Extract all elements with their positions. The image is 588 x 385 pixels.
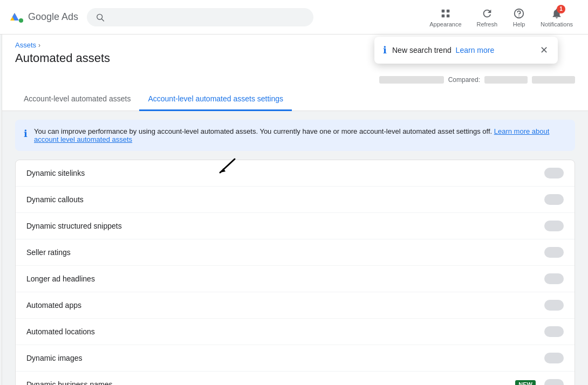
- notification-popup: ℹ New search trend Learn more ✕: [374, 37, 558, 64]
- notifications-badge: 1: [557, 5, 565, 13]
- svg-rect-5: [442, 14, 445, 17]
- assets-card: Dynamic sitelinks Dynamic callouts Dynam…: [15, 160, 575, 385]
- popup-info-icon: ℹ: [383, 44, 387, 56]
- asset-name-automated-apps: Automated apps: [26, 301, 536, 310]
- date-range-placeholder: [379, 76, 444, 84]
- nav-actions: Appearance Refresh Help: [423, 4, 579, 31]
- toggle-dynamic-structured-snippets[interactable]: [544, 221, 564, 231]
- toggle-longer-ad-headlines[interactable]: [544, 273, 564, 284]
- app-name: Google Ads: [28, 11, 78, 23]
- tab-account-automated-assets-settings[interactable]: Account-level automated assets settings: [139, 88, 292, 111]
- compared-date-2-placeholder: [532, 76, 575, 84]
- svg-rect-3: [442, 9, 445, 12]
- tab-account-automated-assets[interactable]: Account-level automated assets: [15, 88, 139, 111]
- toggle-seller-ratings[interactable]: [544, 247, 564, 258]
- date-row: Compared:: [15, 72, 575, 88]
- toggle-automated-apps[interactable]: [544, 300, 564, 311]
- compared-label: Compared:: [448, 76, 480, 84]
- asset-name-longer-ad-headlines: Longer ad headlines: [26, 274, 536, 283]
- asset-row-dynamic-images: Dynamic images: [16, 345, 575, 372]
- svg-rect-4: [447, 9, 450, 12]
- google-ads-logo-icon: [9, 10, 24, 25]
- new-badge-dynamic-business-names: NEW: [515, 380, 536, 385]
- main-wrapper: Assets › Automated assets Compared: Acco…: [0, 35, 588, 385]
- asset-name-dynamic-business-names: Dynamic business names: [26, 380, 507, 385]
- appearance-icon: [440, 8, 452, 19]
- notifications-icon-wrap: 1: [550, 7, 563, 20]
- toggle-dynamic-business-names[interactable]: [544, 379, 564, 385]
- search-icon: [95, 12, 105, 22]
- popup-close-button[interactable]: ✕: [539, 43, 549, 57]
- popup-text: New search trend Learn more: [392, 46, 494, 54]
- appearance-button[interactable]: Appearance: [423, 4, 468, 31]
- svg-point-8: [518, 15, 519, 16]
- asset-name-automated-locations: Automated locations: [26, 327, 536, 336]
- asset-row-automated-locations: Automated locations: [16, 319, 575, 345]
- tabs-container: Account-level automated assets Account-l…: [2, 88, 588, 111]
- svg-rect-6: [447, 14, 450, 17]
- toggle-dynamic-images[interactable]: [544, 353, 564, 363]
- banner-text: You can improve performance by using acc…: [34, 127, 566, 143]
- svg-line-2: [102, 19, 104, 21]
- banner-info-icon: ℹ: [24, 128, 28, 140]
- asset-name-dynamic-structured-snippets: Dynamic structured snippets: [26, 222, 536, 230]
- asset-row-automated-apps: Automated apps: [16, 292, 575, 319]
- breadcrumb-assets[interactable]: Assets: [15, 41, 36, 49]
- notifications-button[interactable]: 1 Notifications: [534, 4, 579, 31]
- notifications-label: Notifications: [541, 21, 573, 28]
- asset-name-dynamic-callouts: Dynamic callouts: [26, 195, 536, 204]
- compared-date-placeholder: [484, 76, 528, 84]
- asset-row-dynamic-callouts: Dynamic callouts: [16, 187, 575, 213]
- logo-area: Google Ads: [9, 10, 78, 25]
- asset-name-dynamic-images: Dynamic images: [26, 354, 536, 362]
- asset-row-dynamic-structured-snippets: Dynamic structured snippets: [16, 213, 575, 239]
- help-icon-wrap: [512, 7, 525, 20]
- help-icon: [513, 8, 525, 19]
- search-bar[interactable]: [87, 8, 313, 26]
- toggle-automated-locations[interactable]: [544, 326, 564, 337]
- refresh-button[interactable]: Refresh: [470, 4, 504, 31]
- toggle-dynamic-callouts[interactable]: [544, 194, 564, 205]
- refresh-label: Refresh: [477, 21, 498, 28]
- search-input[interactable]: [109, 13, 305, 22]
- asset-row-longer-ad-headlines: Longer ad headlines: [16, 266, 575, 292]
- asset-row-dynamic-business-names: Dynamic business names NEW: [16, 372, 575, 385]
- asset-row-seller-ratings: Seller ratings: [16, 239, 575, 266]
- svg-point-0: [19, 18, 23, 23]
- breadcrumb-arrow-icon: ›: [38, 42, 40, 49]
- appearance-icon-wrap: [439, 7, 452, 20]
- asset-row-dynamic-sitelinks: Dynamic sitelinks: [16, 160, 575, 187]
- appearance-label: Appearance: [429, 21, 461, 28]
- top-navigation: Google Ads Appearance: [0, 0, 588, 35]
- help-label: Help: [513, 21, 525, 28]
- popup-learn-more-link[interactable]: Learn more: [456, 46, 495, 54]
- refresh-icon-wrap: [481, 7, 494, 20]
- refresh-icon: [481, 8, 493, 19]
- asset-name-seller-ratings: Seller ratings: [26, 248, 536, 257]
- toggle-dynamic-sitelinks[interactable]: [544, 168, 564, 178]
- content-area: Assets › Automated assets Compared: Acco…: [2, 35, 588, 385]
- help-button[interactable]: Help: [506, 4, 532, 31]
- info-banner: ℹ You can improve performance by using a…: [15, 120, 575, 151]
- asset-name-dynamic-sitelinks: Dynamic sitelinks: [26, 169, 536, 177]
